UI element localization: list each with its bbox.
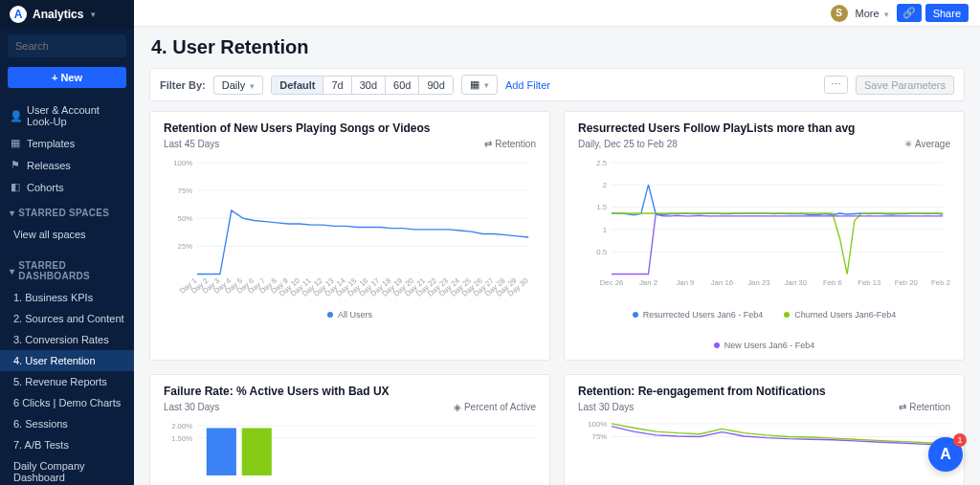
card-title: Failure Rate: % Active Users with Bad UX <box>164 385 536 398</box>
chevron-down-icon: ▾ <box>91 10 96 19</box>
svg-text:Jan 9: Jan 9 <box>676 278 694 287</box>
legend: Resurrected Users Jan6 - Feb4 Churned Us… <box>578 310 950 350</box>
chart-card-failure-rate: Failure Rate: % Active Users with Bad UX… <box>149 374 550 485</box>
svg-text:100%: 100% <box>173 159 192 167</box>
starred-spaces-heading[interactable]: ▾ STARRED SPACES <box>0 202 134 224</box>
range-pill[interactable]: 90d <box>419 77 452 94</box>
nav-icon: ▦ <box>10 137 21 149</box>
sidebar-dashboard-item[interactable]: 2. Sources and Content <box>0 308 134 329</box>
sidebar-item-label: Cohorts <box>27 182 64 193</box>
svg-rect-63 <box>242 428 272 475</box>
sidebar-item[interactable]: 👤User & Account Look-Up <box>0 99 134 132</box>
filter-bar: Filter By: Daily ▾ Default7d30d60d90d ▦ … <box>149 68 965 101</box>
sidebar-dashboard-item[interactable]: Daily Company Dashboard <box>0 455 134 485</box>
share-button[interactable]: Share <box>925 4 969 22</box>
svg-text:Jan 2: Jan 2 <box>639 278 657 287</box>
sidebar-dashboard-item[interactable]: 5. Revenue Reports <box>0 371 134 392</box>
line-chart: 75%100% <box>578 420 950 475</box>
line-chart: 0.511.522.5Dec 26Jan 2Jan 9Jan 16Jan 23J… <box>578 157 950 306</box>
chevron-down-icon: ▾ <box>884 10 889 19</box>
sidebar-dashboard-item[interactable]: 6. Sessions <box>0 413 134 434</box>
svg-text:50%: 50% <box>178 214 193 223</box>
sidebar-item-label: Releases <box>27 160 71 171</box>
svg-text:75%: 75% <box>178 187 193 195</box>
calendar-icon: ▦ <box>470 78 479 90</box>
metric-tag[interactable]: ✳ Average <box>904 139 950 149</box>
main: S More ▾ 🔗 Share 4. User Retention Filte… <box>134 0 980 485</box>
sidebar-dashboard-item[interactable]: 6 Clicks | Demo Charts <box>0 392 134 413</box>
brand-name: Analytics <box>33 8 83 21</box>
metric-tag[interactable]: ⇄ Retention <box>899 402 950 412</box>
chart-card-resurrected-users: Resurrected Users Follow PlayLists more … <box>564 111 965 361</box>
add-filter[interactable]: Add Filter <box>505 79 550 91</box>
sidebar-dashboard-item[interactable]: 3. Conversion Rates <box>0 329 134 350</box>
range-pill[interactable]: 30d <box>352 77 386 94</box>
card-subtitle: Last 45 Days <box>164 139 219 149</box>
svg-text:25%: 25% <box>178 242 193 251</box>
brand-icon: A <box>10 6 27 23</box>
sidebar-dashboard-item[interactable]: 7. A/B Tests <box>0 434 134 455</box>
topbar: S More ▾ 🔗 Share <box>134 0 980 27</box>
range-pill[interactable]: Default <box>272 77 323 94</box>
metric-tag[interactable]: ⇄ Retention <box>484 139 536 149</box>
search-input[interactable] <box>15 40 134 52</box>
svg-text:1: 1 <box>603 226 607 234</box>
svg-text:1.50%: 1.50% <box>171 433 192 442</box>
svg-text:Jan 30: Jan 30 <box>785 278 808 287</box>
sidebar-dashboard-item[interactable]: 4. User Retention <box>0 350 134 371</box>
range-pill[interactable]: 7d <box>323 77 351 94</box>
interval-select[interactable]: Daily ▾ <box>213 76 264 95</box>
svg-text:100%: 100% <box>588 420 607 429</box>
more-menu[interactable]: More ▾ <box>856 8 889 19</box>
view-all-spaces[interactable]: View all spaces <box>0 224 134 245</box>
card-subtitle: Last 30 Days <box>578 402 634 412</box>
sidebar: A Analytics ▾ ⌕ + New 👤User & Account Lo… <box>0 0 134 485</box>
svg-text:Feb 20: Feb 20 <box>895 278 919 287</box>
save-parameters-button: Save Parameters <box>856 76 954 95</box>
card-title: Retention of New Users Playing Songs or … <box>164 121 536 135</box>
fab-badge: 1 <box>953 433 967 447</box>
svg-text:2.5: 2.5 <box>596 159 607 167</box>
svg-text:75%: 75% <box>592 432 608 441</box>
svg-text:2: 2 <box>603 181 607 189</box>
more-options[interactable]: ⋯ <box>824 76 848 94</box>
nav-icon: 👤 <box>10 110 21 122</box>
sidebar-item-label: Templates <box>27 138 75 149</box>
filter-label: Filter By: <box>160 79 206 91</box>
svg-text:Feb 6: Feb 6 <box>823 278 842 287</box>
svg-rect-62 <box>207 428 236 475</box>
link-button[interactable]: 🔗 <box>897 4 922 22</box>
avatar[interactable]: S <box>831 5 848 22</box>
svg-text:1.5: 1.5 <box>596 203 607 211</box>
svg-text:Dec 26: Dec 26 <box>600 278 624 287</box>
nav-icon: ⚑ <box>10 159 21 171</box>
range-pills: Default7d30d60d90d <box>271 76 454 95</box>
sidebar-item[interactable]: ◧Cohorts <box>0 176 134 198</box>
chart-card-reengagement: Retention: Re-engagement from Notificati… <box>564 374 965 485</box>
card-title: Retention: Re-engagement from Notificati… <box>578 385 950 398</box>
svg-text:0.5: 0.5 <box>596 248 607 256</box>
svg-text:2.00%: 2.00% <box>171 421 192 430</box>
sidebar-item[interactable]: ⚑Releases <box>0 154 134 176</box>
sidebar-dashboard-item[interactable]: 1. Business KPIs <box>0 287 134 308</box>
sidebar-item-label: User & Account Look-Up <box>27 104 124 127</box>
svg-text:Jan 23: Jan 23 <box>747 278 769 287</box>
sidebar-item[interactable]: ▦Templates <box>0 132 134 154</box>
card-title: Resurrected Users Follow PlayLists more … <box>578 121 950 135</box>
chevron-down-icon: ▾ <box>10 266 14 276</box>
calendar-button[interactable]: ▦ ▾ <box>461 75 498 95</box>
range-pill[interactable]: 60d <box>386 77 419 94</box>
bar-chart: 1.50%2.00% <box>164 420 536 475</box>
svg-text:Jan 16: Jan 16 <box>711 278 733 287</box>
chart-card-retention-new-users: Retention of New Users Playing Songs or … <box>149 111 550 361</box>
legend: All Users <box>164 310 536 320</box>
new-button[interactable]: + New <box>8 67 126 88</box>
search-input-wrap[interactable]: ⌕ <box>8 34 126 57</box>
nav-icon: ◧ <box>10 181 21 193</box>
chevron-down-icon: ▾ <box>10 208 14 218</box>
brand-switcher[interactable]: A Analytics ▾ <box>0 0 134 29</box>
metric-tag[interactable]: ◈ Percent of Active <box>454 402 536 412</box>
svg-text:Feb 27: Feb 27 <box>931 278 950 287</box>
starred-dashboards-heading[interactable]: ▾ STARRED DASHBOARDS <box>0 254 134 287</box>
line-chart: 25%50%75%100%Day 1Day 2Day 3Day 4Day 5Da… <box>164 157 536 306</box>
